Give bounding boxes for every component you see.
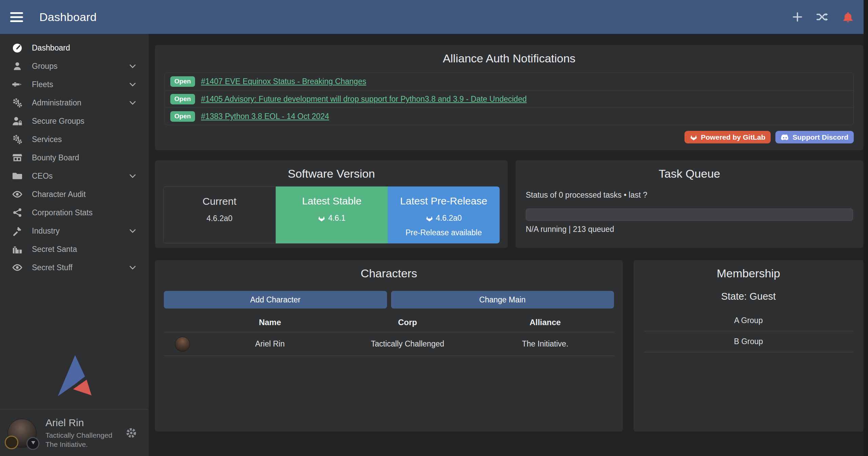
user-corp: Tactically Challenged [45, 431, 112, 440]
membership-state: State: Guest [634, 291, 863, 302]
tile-version: 4.6.2a0 [207, 214, 233, 223]
external-badges: Powered by GitLab Support Discord [684, 131, 854, 143]
notification-link[interactable]: #1405 Advisory: Future development will … [201, 95, 527, 104]
chevron-down-icon [128, 98, 137, 107]
version-tile-stable: Latest Stable 4.6.1 [276, 186, 388, 243]
sidebar-item-bounty-board[interactable]: Bounty Board [0, 148, 149, 167]
sidebar-item-groups[interactable]: Groups [0, 57, 149, 75]
sidebar-item-secure-groups[interactable]: Secure Groups [0, 112, 149, 130]
sidebar-item-character-audit[interactable]: Character Audit [0, 185, 149, 203]
tile-version: 4.6.1 [328, 214, 345, 223]
tile-label: Current [202, 196, 236, 207]
character-name: Ariel Rin [201, 339, 339, 349]
sidebar-item-label: Services [32, 135, 62, 144]
notifications-panel: Alliance Auth Notifications Open #1407 E… [155, 45, 863, 150]
sidebar-item-services[interactable]: Services [0, 130, 149, 148]
notification-link[interactable]: #1407 EVE Equinox Status - Breaking Chan… [201, 77, 366, 86]
table-row: Ariel Rin Tactically Challenged The Init… [164, 332, 614, 356]
characters-table: Name Corp Alliance Ariel Rin Tactically … [164, 313, 614, 356]
store-icon [10, 153, 24, 163]
notification-row: Open #1407 EVE Equinox Status - Breaking… [165, 73, 853, 90]
task-queue-counts: N/A running | 213 queued [526, 225, 853, 234]
notification-link[interactable]: #1383 Python 3.8 EOL - 14 Oct 2024 [201, 112, 329, 121]
sidebar-item-fleets[interactable]: Fleets [0, 75, 149, 94]
shuttle-icon [10, 79, 24, 90]
sidebar-item-label: Secure Groups [32, 117, 84, 126]
tile-label: Latest Pre-Release [400, 195, 487, 207]
membership-groups-list: A Group B Group [644, 310, 853, 352]
tachometer-icon [10, 43, 24, 53]
sidebar-item-corporation-stats[interactable]: Corporation Stats [0, 203, 149, 222]
column-header-name: Name [201, 318, 339, 327]
notifications-list: Open #1407 EVE Equinox Status - Breaking… [165, 73, 854, 125]
share-icon [10, 208, 24, 217]
sidebar-item-industry[interactable]: Industry [0, 222, 149, 240]
gitlab-badge[interactable]: Powered by GitLab [684, 131, 771, 143]
membership-panel: Membership State: Guest A Group B Group [634, 260, 863, 432]
chevron-down-icon [128, 80, 137, 89]
sidebar-item-secret-stuff[interactable]: Secret Stuff [0, 258, 149, 277]
eye-icon [10, 189, 24, 199]
gitlab-icon [690, 134, 697, 141]
sidebar-item-label: Bounty Board [32, 153, 79, 162]
discord-badge[interactable]: Support Discord [775, 131, 854, 143]
status-badge: Open [170, 76, 195, 87]
sidebar-item-label: Dashboard [32, 43, 70, 53]
column-header-corp: Corp [339, 318, 477, 327]
status-badge: Open [170, 111, 195, 122]
characters-title: Characters [155, 260, 623, 280]
user-avatar [7, 416, 37, 450]
sidebar-item-label: Fleets [32, 80, 53, 89]
change-main-button[interactable]: Change Main [391, 291, 614, 309]
sidebar: Dashboard Groups Fleets Administra [0, 34, 149, 456]
notification-bell-icon[interactable] [842, 11, 854, 23]
task-queue-progress-bar [526, 209, 853, 221]
gifts-icon [10, 244, 24, 254]
sidebar-item-label: Secret Stuff [32, 263, 73, 272]
character-avatar [175, 337, 190, 352]
eye-icon [10, 262, 24, 273]
group-list-item: B Group [644, 331, 853, 352]
chevron-down-icon [128, 62, 137, 71]
page-title: Dashboard [39, 11, 97, 24]
task-queue-panel: Task Queue Status of 0 processed tasks •… [516, 160, 863, 248]
membership-title: Membership [634, 260, 863, 280]
add-icon[interactable] [792, 12, 803, 22]
notifications-title: Alliance Auth Notifications [155, 45, 863, 65]
gears-icon [10, 98, 24, 108]
version-tile-current: Current 4.6.2a0 [163, 186, 276, 243]
character-corp: Tactically Challenged [339, 339, 477, 349]
column-header-alliance: Alliance [476, 318, 614, 327]
characters-panel: Characters Add Character Change Main Nam… [155, 260, 623, 432]
gear-icon[interactable] [126, 427, 137, 439]
sidebar-item-ceos[interactable]: CEOs [0, 167, 149, 185]
folder-icon [10, 171, 24, 181]
sidebar-item-label: Corporation Stats [32, 208, 93, 217]
sidebar-item-label: Groups [32, 62, 57, 71]
notification-row: Open #1405 Advisory: Future development … [165, 90, 853, 107]
software-version-title: Software Version [155, 160, 508, 180]
chevron-down-icon [128, 226, 137, 235]
sidebar-item-dashboard[interactable]: Dashboard [0, 39, 149, 57]
sidebar-item-label: CEOs [32, 172, 53, 181]
sidebar-item-secret-santa[interactable]: Secret Santa [0, 240, 149, 258]
task-queue-title: Task Queue [516, 160, 863, 180]
add-character-button[interactable]: Add Character [164, 291, 387, 309]
page-scrollbar[interactable] [864, 0, 868, 456]
tile-label: Latest Stable [302, 195, 361, 207]
tile-version: 4.6.2a0 [436, 214, 462, 223]
shuffle-icon[interactable] [816, 12, 829, 22]
navbar-actions [792, 11, 854, 23]
status-badge: Open [170, 94, 195, 104]
user-icon [10, 61, 24, 71]
top-navbar: Dashboard [0, 0, 868, 34]
sidebar-item-label: Administration [32, 98, 81, 107]
notification-row: Open #1383 Python 3.8 EOL - 14 Oct 2024 [165, 107, 853, 125]
user-lock-icon [10, 116, 24, 126]
sidebar-item-administration[interactable]: Administration [0, 94, 149, 112]
hamburger-menu-icon[interactable] [10, 12, 23, 22]
hammer-icon [10, 226, 24, 236]
gitlab-icon [318, 215, 325, 222]
user-name: Ariel Rin [45, 416, 112, 429]
main-content: Alliance Auth Notifications Open #1407 E… [149, 34, 868, 456]
